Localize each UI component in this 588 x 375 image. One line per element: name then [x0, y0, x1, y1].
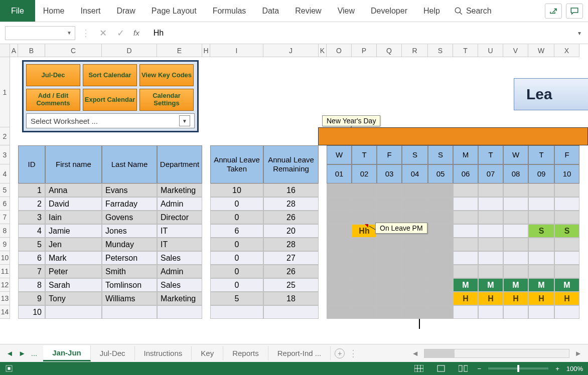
- ribbon-tab-home[interactable]: Home: [35, 0, 73, 22]
- name-box[interactable]: ▼: [5, 26, 75, 40]
- scroll-thumb[interactable]: [424, 349, 455, 357]
- cal-9-03[interactable]: [377, 238, 402, 251]
- cell-first-5[interactable]: Anna: [45, 183, 102, 197]
- cal-7-07[interactable]: [478, 211, 503, 224]
- cal-10-10[interactable]: [554, 251, 579, 265]
- ribbon-tab-page-layout[interactable]: Page Layout: [143, 0, 205, 22]
- cal-11-07[interactable]: [478, 265, 503, 278]
- zoom-slider[interactable]: [488, 367, 548, 369]
- cell-last-9[interactable]: Munday: [102, 238, 157, 251]
- cell-id-9[interactable]: 5: [18, 238, 45, 251]
- cal-11-05[interactable]: [428, 265, 453, 278]
- sheet-tab-jul-dec[interactable]: Jul-Dec: [91, 346, 135, 360]
- cal-13-10[interactable]: H: [554, 292, 579, 305]
- row-header-10[interactable]: 10: [0, 251, 10, 265]
- view-page-layout-icon[interactable]: [433, 364, 449, 373]
- cal-12-06[interactable]: M: [453, 278, 478, 292]
- cell-taken-14[interactable]: [210, 305, 263, 319]
- cell-first-10[interactable]: Mark: [45, 251, 102, 265]
- cal-10-05[interactable]: [428, 251, 453, 265]
- column-header-E[interactable]: E: [157, 44, 202, 57]
- sheet-tab-instructions[interactable]: Instructions: [135, 346, 192, 360]
- select-worksheet-dropdown[interactable]: Select Worksheet ... ▼: [26, 113, 195, 128]
- cell-remain-7[interactable]: 26: [263, 211, 319, 224]
- column-header-W[interactable]: W: [528, 44, 554, 57]
- cal-8-05[interactable]: [428, 224, 453, 238]
- ribbon-tab-data[interactable]: Data: [254, 0, 287, 22]
- cell-first-9[interactable]: Jen: [45, 238, 102, 251]
- cal-5-02[interactable]: [352, 183, 377, 197]
- grid-body[interactable]: Jul-Dec Sort Calendar View Key Codes Add…: [10, 57, 588, 344]
- cell-taken-12[interactable]: 0: [210, 278, 263, 292]
- cal-12-10[interactable]: M: [554, 278, 579, 292]
- ribbon-tab-help[interactable]: Help: [415, 0, 448, 22]
- fx-label[interactable]: fx: [133, 29, 144, 37]
- view-normal-icon[interactable]: [411, 364, 426, 373]
- cal-13-07[interactable]: H: [478, 292, 503, 305]
- sheet-tab-key[interactable]: Key: [192, 346, 223, 360]
- cell-last-13[interactable]: Williams: [102, 292, 157, 305]
- cell-first-13[interactable]: Tony: [45, 292, 102, 305]
- cal-6-01[interactable]: [327, 197, 352, 211]
- cal-5-07[interactable]: [478, 183, 503, 197]
- cal-13-04[interactable]: [402, 292, 428, 305]
- cell-last-11[interactable]: Smith: [102, 265, 157, 278]
- cell-dept-5[interactable]: Marketing: [157, 183, 202, 197]
- cell-taken-7[interactable]: 0: [210, 211, 263, 224]
- cal-6-06[interactable]: [453, 197, 478, 211]
- btn-view-key-codes[interactable]: View Key Codes: [139, 64, 194, 86]
- cell-dept-12[interactable]: Sales: [157, 278, 202, 292]
- cal-9-07[interactable]: [478, 238, 503, 251]
- cell-taken-13[interactable]: 5: [210, 292, 263, 305]
- cal-8-10[interactable]: S: [554, 224, 579, 238]
- cal-12-02[interactable]: [352, 278, 377, 292]
- ribbon-tab-formulas[interactable]: Formulas: [205, 0, 254, 22]
- cal-9-04[interactable]: [402, 238, 428, 251]
- row-header-3[interactable]: 3: [0, 145, 10, 164]
- cal-10-09[interactable]: [528, 251, 554, 265]
- cal-14-06[interactable]: [453, 305, 478, 319]
- cal-13-09[interactable]: H: [528, 292, 554, 305]
- cell-last-10[interactable]: Peterson: [102, 251, 157, 265]
- sheet-tab-jan-jun[interactable]: Jan-Jun: [43, 345, 91, 361]
- cal-11-04[interactable]: [402, 265, 428, 278]
- btn-export-calendar[interactable]: Export Calendar: [83, 89, 137, 111]
- btn-jul-dec[interactable]: Jul-Dec: [26, 64, 80, 86]
- row-headers[interactable]: 1234567891011121314: [0, 57, 10, 319]
- column-header-C[interactable]: C: [45, 44, 102, 57]
- cal-11-10[interactable]: [554, 265, 579, 278]
- cell-remain-13[interactable]: 18: [263, 292, 319, 305]
- cal-5-09[interactable]: [528, 183, 554, 197]
- cell-dept-9[interactable]: IT: [157, 238, 202, 251]
- cal-12-01[interactable]: [327, 278, 352, 292]
- cal-13-06[interactable]: H: [453, 292, 478, 305]
- cell-first-11[interactable]: Peter: [45, 265, 102, 278]
- cal-8-01[interactable]: [327, 224, 352, 238]
- cell-remain-14[interactable]: [263, 305, 319, 319]
- enter-icon[interactable]: ✓: [117, 28, 124, 39]
- cell-first-12[interactable]: Sarah: [45, 278, 102, 292]
- cal-12-07[interactable]: M: [478, 278, 503, 292]
- cal-12-05[interactable]: [428, 278, 453, 292]
- select-all-corner[interactable]: [0, 44, 10, 57]
- cell-dept-7[interactable]: Director: [157, 211, 202, 224]
- cell-id-6[interactable]: 2: [18, 197, 45, 211]
- cell-taken-9[interactable]: 0: [210, 238, 263, 251]
- column-header-H[interactable]: H: [202, 44, 210, 57]
- cal-6-10[interactable]: [554, 197, 579, 211]
- cal-7-02[interactable]: [352, 211, 377, 224]
- cell-last-7[interactable]: Govens: [102, 211, 157, 224]
- cal-5-10[interactable]: [554, 183, 579, 197]
- cell-last-5[interactable]: Evans: [102, 183, 157, 197]
- cell-first-6[interactable]: David: [45, 197, 102, 211]
- column-header-R[interactable]: R: [402, 44, 428, 57]
- cal-14-03[interactable]: [377, 305, 402, 319]
- column-header-S[interactable]: S: [428, 44, 453, 57]
- cal-6-04[interactable]: [402, 197, 428, 211]
- cal-12-03[interactable]: [377, 278, 402, 292]
- row-header-12[interactable]: 12: [0, 278, 10, 292]
- cell-remain-5[interactable]: 16: [263, 183, 319, 197]
- cal-9-05[interactable]: [428, 238, 453, 251]
- cal-14-10[interactable]: [554, 305, 579, 319]
- cal-5-08[interactable]: [503, 183, 528, 197]
